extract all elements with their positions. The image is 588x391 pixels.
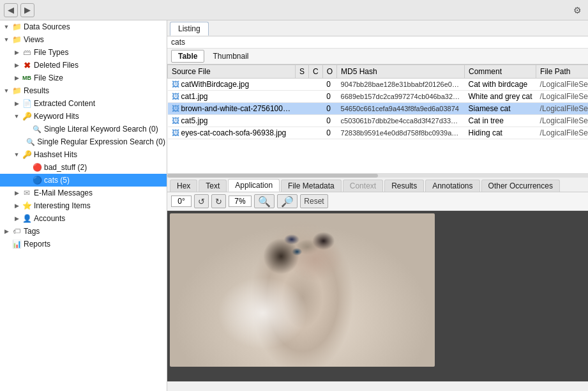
results-icon: 📁 [11, 86, 22, 96]
col-c[interactable]: C [309, 65, 323, 79]
col-md5[interactable]: MD5 Hash [337, 65, 465, 79]
tab-other-occurrences[interactable]: Other Occurrences [481, 180, 560, 192]
extracted-icon: 📄 [22, 98, 32, 109]
tree-item-tags[interactable]: ▶ 🏷 Tags [0, 225, 167, 238]
cell-md5: 72838b9591e4e0d8d758f8bc0939aae4 [337, 127, 465, 139]
gear-icon[interactable]: ⚙ [570, 3, 584, 17]
cell-o: 0 [322, 91, 336, 103]
tree-item-extracted[interactable]: ▶ 📄 Extracted Content [0, 97, 167, 110]
table-row[interactable]: 🖼eyes-cat-coach-sofa-96938.jpg 0 72838b9… [168, 127, 589, 139]
forward-button[interactable]: ▶ [20, 3, 34, 17]
tree-item-bad-stuff[interactable]: 🔴 bad_stuff (2) [0, 161, 167, 174]
toggle-extracted[interactable]: ▶ [11, 100, 22, 107]
tree-item-results[interactable]: ▼ 📁 Results [0, 84, 167, 97]
tab-file-metadata[interactable]: File Metadata [281, 180, 342, 192]
file-icon: 🖼 [172, 128, 179, 137]
extracted-label: Extracted Content [34, 99, 95, 108]
views-label: Views [24, 35, 44, 44]
toggle-views[interactable]: ▼ [1, 36, 11, 43]
tab-hex[interactable]: Hex [170, 180, 197, 192]
view-tab-thumbnail[interactable]: Thumbnail [206, 50, 255, 63]
main-layout: ▼ 📁 Data Sources ▼ 📁 Views ▶ 🗃 File Type… [0, 20, 588, 391]
badstuff-icon: 🔴 [32, 162, 42, 172]
tab-text[interactable]: Text [199, 180, 227, 192]
cell-c [309, 91, 323, 103]
file-table: Source File S C O MD5 Hash Comment File … [167, 65, 588, 139]
cell-file: 🖼catWithBirdcage.jpg [168, 79, 296, 91]
tree-item-file-size[interactable]: ▶ MB File Size [0, 72, 167, 84]
zoom-in-button[interactable]: 🔍 [254, 194, 275, 208]
interesting-icon: ⭐ [22, 201, 32, 211]
reset-button[interactable]: Reset [300, 194, 328, 208]
table-row[interactable]: 🖼cat1.jpg 0 6689eb157dc2ca997274cb046ba3… [168, 91, 589, 103]
toggle-data-sources[interactable]: ▼ [1, 24, 11, 30]
regex-search-label: Single Regular Expression Search (0) [37, 137, 165, 146]
horizontal-scrollbar[interactable] [167, 173, 588, 177]
rotate-ccw-button[interactable]: ↺ [194, 194, 209, 208]
tree-item-data-sources[interactable]: ▼ 📁 Data Sources [0, 20, 167, 33]
bottom-toolbar: 0° ↺ ↻ 7% 🔍 🔎 Reset [167, 192, 588, 211]
email-label: E-Mail Messages [34, 188, 93, 197]
table-row[interactable]: 🖼brown-and-white-cat-2756100.jpg 0 54650… [168, 103, 589, 115]
col-source-file[interactable]: Source File [168, 65, 296, 79]
toggle-accounts[interactable]: ▶ [11, 215, 22, 222]
table-row[interactable]: 🖼cat5.jpg 0 c503061b7dbb2be4cca8d3f427d3… [168, 115, 589, 127]
tree-item-single-regex[interactable]: 🔍 Single Regular Expression Search (0) [0, 135, 167, 148]
keyword-icon: 🔑 [22, 111, 32, 121]
tree-item-file-types[interactable]: ▶ 🗃 File Types [0, 46, 167, 59]
toggle-filesize[interactable]: ▶ [11, 75, 22, 81]
tree-item-email[interactable]: ▶ ✉ E-Mail Messages [0, 187, 167, 199]
filesize-icon: MB [22, 73, 32, 83]
file-icon: 🖼 [172, 80, 179, 89]
col-o[interactable]: O [322, 65, 336, 79]
toggle-email[interactable]: ▶ [11, 190, 22, 196]
col-path[interactable]: File Path [536, 65, 588, 79]
cell-md5: 54650c661cefa9a443f8fa9ed6a03874 [337, 103, 465, 115]
tags-label: Tags [24, 227, 40, 236]
tree-item-accounts[interactable]: ▶ 👤 Accounts [0, 212, 167, 225]
cats-label: cats (5) [44, 176, 70, 185]
hashset-label: Hashset Hits [34, 150, 77, 159]
toggle-hashset[interactable]: ▼ [11, 151, 22, 158]
cell-o: 0 [322, 79, 336, 91]
listing-path: cats [167, 36, 588, 49]
tree-item-views[interactable]: ▼ 📁 Views [0, 33, 167, 46]
accounts-label: Accounts [34, 214, 65, 223]
tab-application[interactable]: Application [228, 179, 280, 192]
view-tab-table[interactable]: Table [171, 50, 204, 63]
cell-o: 0 [322, 103, 336, 115]
tree-item-keyword-hits[interactable]: ▼ 🔑 Keyword Hits [0, 110, 167, 123]
zoom-display: 7% [229, 195, 252, 207]
toggle-results[interactable]: ▼ [1, 88, 11, 94]
tab-annotations[interactable]: Annotations [425, 180, 479, 192]
toggle-deleted[interactable]: ▶ [11, 62, 22, 68]
cell-comment: Hiding cat [465, 127, 536, 139]
table-row[interactable]: 🖼catWithBirdcage.jpg 0 9047bb28bae128e31… [168, 79, 589, 91]
toggle-interesting[interactable]: ▶ [11, 203, 22, 209]
tree-item-interesting[interactable]: ▶ ⭐ Interesting Items [0, 199, 167, 212]
cell-file: 🖼brown-and-white-cat-2756100.jpg [168, 103, 296, 115]
tree-item-deleted-files[interactable]: ▶ ✖ Deleted Files [0, 59, 167, 72]
tree-item-single-literal[interactable]: 🔍 Single Literal Keyword Search (0) [0, 123, 167, 135]
tab-results[interactable]: Results [384, 180, 424, 192]
cell-file: 🖼cat1.jpg [168, 91, 296, 103]
cell-path: /LogicalFileSe... [536, 103, 588, 115]
hashset-icon: 🔑 [22, 150, 32, 160]
bottom-tabbar: Hex Text Application File Metadata Conte… [167, 178, 588, 192]
col-comment[interactable]: Comment [465, 65, 536, 79]
tree-item-cats[interactable]: 🔵 cats (5) [0, 174, 167, 187]
tree-item-hashset-hits[interactable]: ▼ 🔑 Hashset Hits [0, 148, 167, 161]
rotate-cw-button[interactable]: ↻ [211, 194, 226, 208]
toggle-keyword[interactable]: ▼ [11, 113, 22, 119]
cell-o: 0 [322, 115, 336, 127]
listing-tab[interactable]: Listing [170, 22, 209, 36]
col-s[interactable]: S [296, 65, 309, 79]
image-area [167, 211, 588, 381]
file-icon: 🖼 [172, 116, 179, 125]
tree-item-reports[interactable]: 📊 Reports [0, 238, 167, 250]
toggle-tags[interactable]: ▶ [1, 228, 11, 234]
toggle-file-types[interactable]: ▶ [11, 49, 22, 56]
zoom-out-button[interactable]: 🔎 [277, 194, 298, 208]
back-button[interactable]: ◀ [4, 3, 18, 17]
right-panel: Listing cats Table Thumbnail Source File… [167, 20, 588, 391]
